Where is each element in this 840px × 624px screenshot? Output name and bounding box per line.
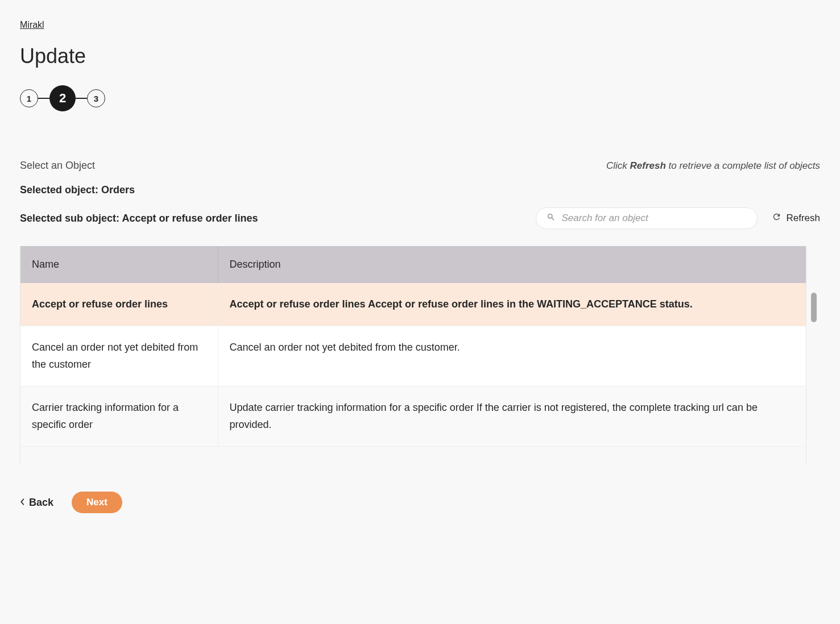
breadcrumb[interactable]: Mirakl <box>20 20 44 30</box>
search-input[interactable] <box>561 213 747 224</box>
stepper: 1 2 3 <box>20 85 820 111</box>
section-label: Select an Object <box>20 160 95 172</box>
table-row[interactable]: Accept or refuse order lines Accept or r… <box>20 283 806 326</box>
selected-sub-object: Selected sub object: Accept or refuse or… <box>20 213 258 224</box>
step-line <box>76 98 87 99</box>
table-row[interactable]: Cancel an order not yet debited from the… <box>20 326 806 386</box>
col-name: Name <box>20 246 218 283</box>
step-2-active[interactable]: 2 <box>49 85 76 111</box>
step-1[interactable]: 1 <box>20 89 38 107</box>
back-button[interactable]: Back <box>20 497 53 509</box>
section-header: Select an Object Click Refresh to retrie… <box>20 160 820 172</box>
cell-description: Cancel an order not yet debited from the… <box>218 326 806 386</box>
scrollbar-thumb[interactable] <box>811 293 817 322</box>
next-button[interactable]: Next <box>72 492 122 513</box>
refresh-icon <box>772 212 781 224</box>
controls-row: Selected sub object: Accept or refuse or… <box>20 207 820 229</box>
selected-object: Selected object: Orders <box>20 184 820 196</box>
refresh-button[interactable]: Refresh <box>772 212 820 224</box>
page-title: Update <box>20 44 820 68</box>
search-box[interactable] <box>536 207 758 229</box>
hint-text: Click <box>606 160 630 171</box>
hint-text: to retrieve a complete list of objects <box>666 160 820 171</box>
scrollbar-track[interactable] <box>806 246 820 463</box>
table-row[interactable]: Carrier tracking information for a speci… <box>20 386 806 446</box>
hint-bold: Refresh <box>630 160 666 171</box>
refresh-label: Refresh <box>786 213 820 224</box>
search-icon <box>547 213 556 224</box>
chevron-left-icon <box>20 497 26 509</box>
table-scroll: Name Description Accept or refuse order … <box>20 246 806 463</box>
footer-actions: Back Next <box>20 492 820 513</box>
search-wrap: Refresh <box>536 207 820 229</box>
col-description: Description <box>218 246 806 283</box>
objects-table: Name Description Accept or refuse order … <box>20 246 806 447</box>
refresh-hint: Click Refresh to retrieve a complete lis… <box>606 160 820 172</box>
cell-name: Accept or refuse order lines <box>20 283 218 326</box>
back-label: Back <box>29 497 53 509</box>
cell-description: Accept or refuse order lines Accept or r… <box>218 283 806 326</box>
step-line <box>38 98 49 99</box>
cell-name: Carrier tracking information for a speci… <box>20 386 218 446</box>
cell-description: Update carrier tracking information for … <box>218 386 806 446</box>
table-header-row: Name Description <box>20 246 806 283</box>
table-wrap: Name Description Accept or refuse order … <box>20 246 820 463</box>
cell-name: Cancel an order not yet debited from the… <box>20 326 218 386</box>
step-3[interactable]: 3 <box>87 89 105 107</box>
